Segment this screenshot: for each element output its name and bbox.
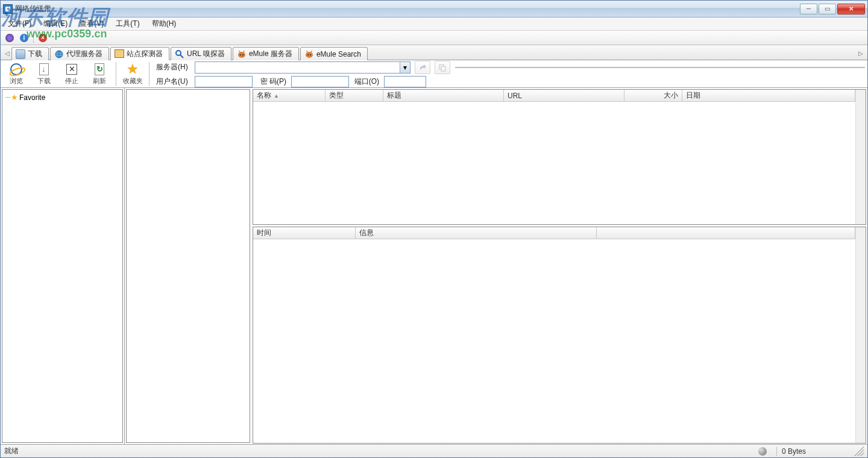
col-url[interactable]: URL (504, 90, 624, 101)
svg-line-2 (180, 55, 183, 58)
menu-view[interactable]: 查看(V) (76, 17, 107, 30)
button-label: 刷新 (93, 77, 106, 86)
main-area: 浏览 下载 停止 刷新 ★ 收藏夹 (1, 60, 867, 444)
col-label: URL (508, 92, 522, 100)
tab-label: 下载 (28, 49, 42, 59)
close-button[interactable]: ✕ (837, 4, 865, 14)
browse-button[interactable]: 浏览 (3, 61, 30, 87)
address-preview-area (455, 67, 865, 68)
tab-label: eMule 服务器 (249, 49, 292, 59)
menu-help[interactable]: 帮助(H) (148, 17, 180, 30)
col-type[interactable]: 类型 (326, 90, 383, 101)
col-size[interactable]: 大小 (624, 90, 682, 101)
left-panel: ┈┈ ★ Favorite (1, 88, 125, 444)
info-button[interactable]: i (17, 32, 31, 44)
col-label: 日期 (686, 90, 700, 101)
titlebar: 网络传送带 ─ ▭ ✕ (1, 1, 867, 17)
star-icon: ★ (11, 93, 18, 102)
status-text: 就绪 (4, 446, 19, 456)
right-panel: 名称 ▲ 类型 标题 URL 大小 日期 (251, 88, 867, 444)
file-list-header: 名称 ▲ 类型 标题 URL 大小 日期 (253, 90, 855, 102)
download-icon (39, 63, 49, 75)
menu-file[interactable]: 文件(F) (4, 17, 35, 30)
delete-button[interactable]: × (36, 32, 49, 44)
col-label: 名称 (257, 90, 271, 101)
minimize-button[interactable]: ─ (800, 4, 817, 14)
tab-label: URL 嗅探器 (187, 49, 225, 59)
svg-point-5 (242, 54, 244, 55)
copy-icon (438, 63, 447, 72)
app-icon (3, 4, 13, 14)
col-label: 时间 (257, 228, 271, 238)
app-window: 网络传送带 ─ ▭ ✕ 文件(F) 编辑(E) 查看(V) 工具(T) 帮助(H… (0, 0, 868, 458)
statusbar: 就绪 0 Bytes (1, 444, 867, 457)
col-title[interactable]: 标题 (383, 90, 504, 101)
button-label: 浏览 (10, 77, 23, 86)
tab-download[interactable]: 下载 (11, 47, 49, 60)
copy-button[interactable] (435, 61, 450, 74)
go-button[interactable] (415, 61, 430, 74)
maximize-button[interactable]: ▭ (819, 4, 836, 14)
log-list: 时间 信息 (253, 227, 866, 444)
tab-scroll-left[interactable]: ◁ (3, 46, 11, 60)
settings-button[interactable] (3, 32, 16, 44)
button-label: 收藏夹 (123, 77, 143, 86)
proxy-icon (54, 49, 64, 59)
file-list-body[interactable] (253, 102, 855, 224)
tree-connector: ┈┈ (5, 94, 10, 101)
window-title: 网络传送带 (15, 4, 51, 14)
svg-point-6 (306, 52, 313, 58)
tab-url-sniffer[interactable]: URL 嗅探器 (171, 47, 231, 60)
stop-button[interactable]: 停止 (58, 61, 85, 87)
refresh-button[interactable]: 刷新 (86, 61, 113, 87)
menu-tools[interactable]: 工具(T) (112, 17, 143, 30)
tree-node-favorite[interactable]: ┈┈ ★ Favorite (4, 92, 121, 102)
magnifier-icon (175, 49, 184, 59)
col-info[interactable]: 信息 (356, 227, 597, 239)
info-icon: i (20, 34, 28, 42)
download-button[interactable]: 下载 (31, 61, 57, 87)
svg-rect-10 (441, 66, 445, 71)
col-name[interactable]: 名称 ▲ (253, 90, 326, 101)
svg-point-1 (176, 51, 181, 55)
tab-emule-search[interactable]: eMule Search (300, 47, 368, 60)
favorites-tree[interactable]: ┈┈ ★ Favorite (2, 89, 123, 443)
separator (116, 62, 116, 86)
chevron-down-icon[interactable]: ▾ (400, 62, 410, 73)
col-time[interactable]: 时间 (253, 227, 356, 239)
tab-label: eMule Search (316, 50, 361, 58)
col-label: 标题 (387, 90, 401, 101)
site-icon (115, 49, 124, 58)
emule-icon (237, 49, 247, 59)
col-label: 大小 (664, 90, 678, 101)
col-label: 类型 (329, 90, 344, 101)
resize-grip[interactable] (854, 447, 864, 456)
big-toolbar: 浏览 下载 停止 刷新 ★ 收藏夹 (1, 60, 154, 87)
tab-emule-server[interactable]: eMule 服务器 (233, 47, 299, 60)
refresh-icon (95, 63, 104, 75)
port-input[interactable] (384, 76, 426, 87)
sort-asc-icon: ▲ (274, 93, 279, 99)
tab-scroll-right[interactable]: ▷ (857, 46, 865, 60)
tab-label: 站点探测器 (127, 49, 163, 59)
server-label: 服务器(H) (156, 62, 192, 72)
button-label: 停止 (65, 77, 78, 86)
menu-edit[interactable]: 编辑(E) (40, 17, 71, 30)
tab-proxy[interactable]: 代理服务器 (50, 47, 109, 60)
password-input[interactable] (291, 76, 349, 87)
menubar: 文件(F) 编辑(E) 查看(V) 工具(T) 帮助(H) (1, 17, 867, 31)
tab-site-explorer[interactable]: 站点探测器 (110, 47, 169, 60)
svg-point-7 (307, 54, 309, 55)
server-combo[interactable]: ▾ (195, 61, 410, 74)
scrollbar[interactable] (855, 90, 866, 224)
username-input[interactable] (195, 76, 253, 87)
server-input[interactable] (195, 62, 400, 73)
log-list-body[interactable] (253, 239, 855, 443)
separator (776, 447, 777, 456)
favorites-button[interactable]: ★ 收藏夹 (119, 61, 146, 87)
svg-point-8 (310, 54, 311, 55)
col-date[interactable]: 日期 (682, 90, 855, 101)
svg-point-3 (238, 52, 245, 58)
separator (33, 33, 34, 43)
scrollbar[interactable] (855, 227, 866, 443)
